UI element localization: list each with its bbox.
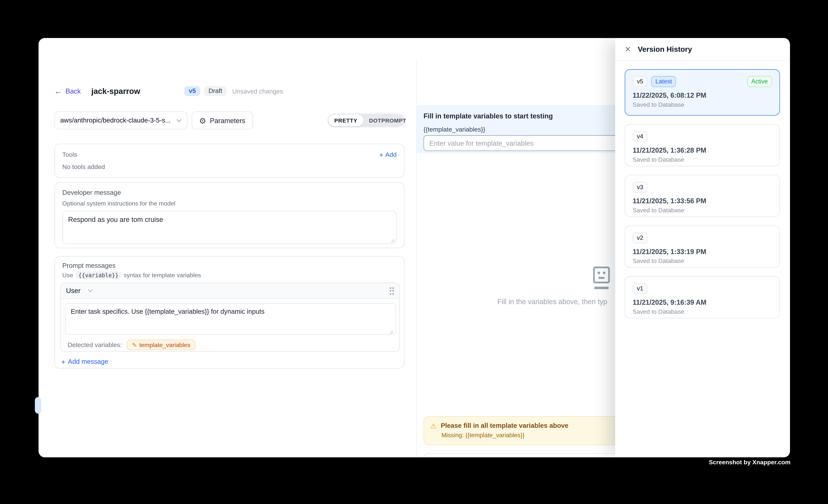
latest-badge: Latest (651, 76, 676, 87)
version-card-v4[interactable]: v4 11/21/2025, 1:36:28 PM Saved to Datab… (625, 124, 780, 166)
prompt-messages-section: Prompt messages Use {{variable}} syntax … (54, 256, 404, 369)
version-history-header: ✕ Version History (615, 38, 790, 61)
detected-variables-label: Detected variables: (68, 341, 122, 348)
drawer-handle[interactable] (35, 397, 41, 414)
version-timestamp: 11/21/2025, 9:16:39 AM (633, 298, 772, 306)
version-storage: Saved to Database (633, 156, 772, 163)
syntax-suffix: syntax for template variables (124, 272, 201, 278)
back-arrow-icon: ← (54, 87, 62, 95)
draft-badge: Draft (204, 86, 226, 96)
role-select[interactable]: User (66, 287, 93, 295)
version-storage: Saved to Database (633, 207, 772, 213)
developer-message-subtitle: Optional system instructions for the mod… (62, 200, 397, 207)
syntax-prefix: Use (62, 272, 73, 278)
syntax-code: {{variable}} (76, 271, 121, 279)
pencil-icon: ✎ (132, 342, 137, 348)
drag-handle-icon[interactable] (389, 287, 394, 294)
plus-icon: + (379, 151, 383, 158)
prompt-messages-title: Prompt messages (62, 262, 116, 269)
tools-empty-text: No tools added (62, 163, 397, 170)
back-label: Back (66, 87, 81, 95)
version-timestamp: 11/21/2025, 1:33:19 PM (633, 248, 772, 256)
version-list: v5 Latest Active 11/22/2025, 6:08:12 PM … (615, 61, 790, 319)
plus-icon: + (61, 358, 65, 365)
version-timestamp: 11/21/2025, 1:36:28 PM (633, 146, 772, 154)
parameters-label: Parameters (210, 117, 245, 124)
variable-chip[interactable]: ✎ template_variables (127, 339, 196, 350)
variable-chip-label: template_variables (139, 342, 191, 348)
chevron-down-icon (176, 119, 181, 122)
add-message-button[interactable]: + Add message (61, 358, 109, 366)
warning-title: Please fill in all template variables ab… (441, 422, 568, 429)
parameters-button[interactable]: ⚙ Parameters (192, 112, 253, 129)
tools-title: Tools (62, 151, 77, 159)
message-input[interactable]: Enter task specifics. Use {{template_var… (65, 303, 396, 335)
developer-message-section: Developer message Optional system instru… (54, 182, 404, 248)
message-block: User Enter task specifics. Use {{templat… (60, 283, 400, 352)
syntax-hint: Use {{variable}} syntax for template var… (62, 271, 201, 279)
tools-section: Tools + Add No tools added (54, 143, 404, 178)
version-badge: v5 (184, 86, 200, 96)
version-chip: v4 (633, 131, 648, 142)
add-tool-button[interactable]: + Add (379, 151, 397, 159)
version-card-v5[interactable]: v5 Latest Active 11/22/2025, 6:08:12 PM … (625, 69, 780, 116)
bot-icon (591, 265, 612, 291)
version-card-v1[interactable]: v1 11/21/2025, 9:16:39 AM Saved to Datab… (625, 276, 780, 319)
developer-message-input[interactable]: Respond as you are tom cruise (62, 211, 397, 244)
back-button[interactable]: ← Back (54, 87, 81, 95)
chevron-down-icon (88, 289, 93, 293)
add-tool-label: Add (385, 151, 397, 159)
version-chip: v2 (633, 233, 648, 244)
message-header: User (61, 283, 399, 299)
close-icon[interactable]: ✕ (625, 45, 631, 53)
gear-icon: ⚙ (199, 117, 206, 124)
version-history-panel: ✕ Version History v5 Latest Active 11/22… (615, 38, 790, 457)
app-window: ← Back jack-sparrow v5 Draft Unsaved cha… (39, 38, 790, 457)
version-storage: Saved to Database (633, 308, 772, 315)
warning-icon: ⚠ (430, 422, 437, 429)
model-select[interactable]: aws/anthropic/bedrock-claude-3-5-s... (54, 112, 188, 129)
version-storage: Saved to Database (633, 258, 772, 264)
active-badge: Active (747, 76, 772, 87)
add-message-label: Add message (68, 358, 108, 366)
tab-pretty[interactable]: PRETTY (328, 115, 363, 126)
version-chip: v5 (633, 76, 648, 87)
template-panel-title: Fill in template variables to start test… (424, 112, 553, 120)
tab-dotprompt[interactable]: DOTPROMPT (363, 115, 412, 126)
template-variable-name: {{template_variables}} (424, 126, 485, 133)
role-value: User (66, 287, 81, 295)
version-timestamp: 11/22/2025, 6:08:12 PM (633, 91, 772, 99)
prompt-title-row: ← Back jack-sparrow v5 Draft Unsaved cha… (54, 84, 283, 98)
model-select-value: aws/anthropic/bedrock-claude-3-5-s... (60, 117, 173, 124)
editor-column: ← Back jack-sparrow v5 Draft Unsaved cha… (39, 59, 416, 457)
unsaved-changes-label: Unsaved changes (232, 87, 283, 95)
version-chip: v1 (633, 283, 648, 294)
page-title: jack-sparrow (91, 87, 140, 96)
model-row: aws/anthropic/bedrock-claude-3-5-s... ⚙ … (54, 112, 253, 129)
developer-message-title: Developer message (62, 189, 397, 197)
version-card-v3[interactable]: v3 11/21/2025, 1:33:56 PM Saved to Datab… (625, 175, 780, 217)
screen: ← Back jack-sparrow v5 Draft Unsaved cha… (0, 0, 828, 504)
version-timestamp: 11/21/2025, 1:33:56 PM (633, 197, 772, 205)
version-history-title: Version History (638, 45, 692, 53)
detected-variables-row: Detected variables: ✎ template_variables (61, 337, 399, 350)
version-chip: v3 (633, 182, 648, 193)
version-card-v2[interactable]: v2 11/21/2025, 1:33:19 PM Saved to Datab… (625, 225, 780, 267)
empty-state-text: Fill in the variables above, then typ (497, 298, 607, 306)
view-mode-toggle: PRETTY DOTPROMPT (327, 114, 405, 127)
version-storage: Saved to Database (633, 101, 772, 108)
watermark-text: Screenshot by Xnapper.com (709, 459, 791, 465)
